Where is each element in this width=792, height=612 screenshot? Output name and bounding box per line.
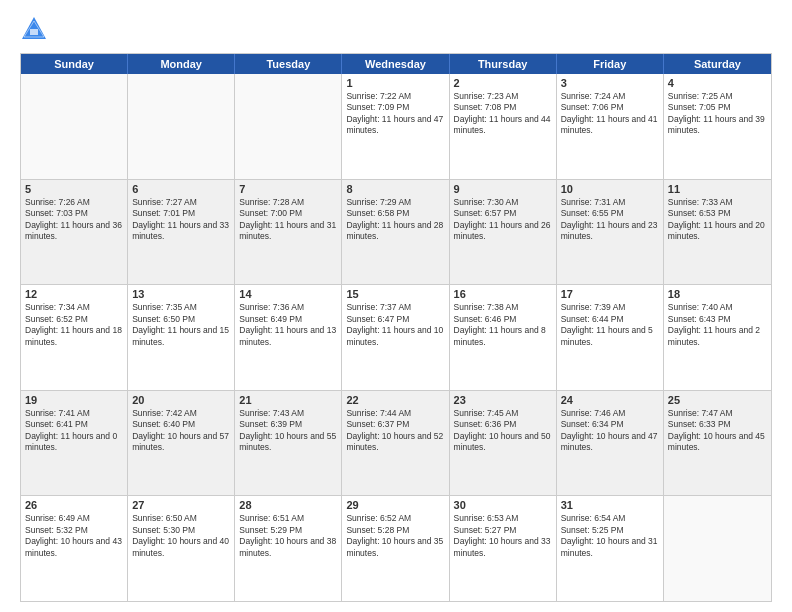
calendar-cell-2-4: 16Sunrise: 7:38 AM Sunset: 6:46 PM Dayli… [450,285,557,390]
day-number: 17 [561,288,659,300]
day-number: 5 [25,183,123,195]
calendar-cell-3-6: 25Sunrise: 7:47 AM Sunset: 6:33 PM Dayli… [664,391,771,496]
day-number: 12 [25,288,123,300]
cell-content: Sunrise: 7:42 AM Sunset: 6:40 PM Dayligh… [132,408,230,454]
calendar-cell-2-6: 18Sunrise: 7:40 AM Sunset: 6:43 PM Dayli… [664,285,771,390]
svg-rect-2 [30,29,38,35]
cell-content: Sunrise: 7:38 AM Sunset: 6:46 PM Dayligh… [454,302,552,348]
logo-icon [20,15,48,43]
cell-content: Sunrise: 7:24 AM Sunset: 7:06 PM Dayligh… [561,91,659,137]
calendar-row-1: 5Sunrise: 7:26 AM Sunset: 7:03 PM Daylig… [21,179,771,285]
calendar-cell-3-4: 23Sunrise: 7:45 AM Sunset: 6:36 PM Dayli… [450,391,557,496]
header-day-sunday: Sunday [21,54,128,74]
logo [20,15,52,43]
day-number: 22 [346,394,444,406]
day-number: 8 [346,183,444,195]
header-day-wednesday: Wednesday [342,54,449,74]
cell-content: Sunrise: 6:49 AM Sunset: 5:32 PM Dayligh… [25,513,123,559]
header-day-saturday: Saturday [664,54,771,74]
header-day-monday: Monday [128,54,235,74]
calendar-header: SundayMondayTuesdayWednesdayThursdayFrid… [21,54,771,74]
calendar-cell-4-5: 31Sunrise: 6:54 AM Sunset: 5:25 PM Dayli… [557,496,664,601]
calendar-cell-0-3: 1Sunrise: 7:22 AM Sunset: 7:09 PM Daylig… [342,74,449,179]
day-number: 27 [132,499,230,511]
day-number: 3 [561,77,659,89]
cell-content: Sunrise: 7:46 AM Sunset: 6:34 PM Dayligh… [561,408,659,454]
cell-content: Sunrise: 7:43 AM Sunset: 6:39 PM Dayligh… [239,408,337,454]
calendar-cell-2-0: 12Sunrise: 7:34 AM Sunset: 6:52 PM Dayli… [21,285,128,390]
calendar-cell-0-2 [235,74,342,179]
svg-marker-0 [22,17,46,39]
calendar-cell-1-3: 8Sunrise: 7:29 AM Sunset: 6:58 PM Daylig… [342,180,449,285]
cell-content: Sunrise: 7:41 AM Sunset: 6:41 PM Dayligh… [25,408,123,454]
day-number: 9 [454,183,552,195]
cell-content: Sunrise: 7:47 AM Sunset: 6:33 PM Dayligh… [668,408,767,454]
cell-content: Sunrise: 7:27 AM Sunset: 7:01 PM Dayligh… [132,197,230,243]
calendar-row-0: 1Sunrise: 7:22 AM Sunset: 7:09 PM Daylig… [21,74,771,179]
cell-content: Sunrise: 7:33 AM Sunset: 6:53 PM Dayligh… [668,197,767,243]
day-number: 21 [239,394,337,406]
day-number: 10 [561,183,659,195]
calendar-cell-4-6 [664,496,771,601]
calendar-cell-4-0: 26Sunrise: 6:49 AM Sunset: 5:32 PM Dayli… [21,496,128,601]
day-number: 24 [561,394,659,406]
calendar-cell-3-5: 24Sunrise: 7:46 AM Sunset: 6:34 PM Dayli… [557,391,664,496]
header [20,15,772,43]
calendar-cell-3-2: 21Sunrise: 7:43 AM Sunset: 6:39 PM Dayli… [235,391,342,496]
cell-content: Sunrise: 6:51 AM Sunset: 5:29 PM Dayligh… [239,513,337,559]
calendar-cell-3-1: 20Sunrise: 7:42 AM Sunset: 6:40 PM Dayli… [128,391,235,496]
day-number: 20 [132,394,230,406]
calendar-cell-0-0 [21,74,128,179]
page: SundayMondayTuesdayWednesdayThursdayFrid… [0,0,792,612]
cell-content: Sunrise: 7:23 AM Sunset: 7:08 PM Dayligh… [454,91,552,137]
calendar-cell-0-1 [128,74,235,179]
day-number: 25 [668,394,767,406]
calendar-cell-3-0: 19Sunrise: 7:41 AM Sunset: 6:41 PM Dayli… [21,391,128,496]
header-day-friday: Friday [557,54,664,74]
day-number: 11 [668,183,767,195]
calendar-cell-1-4: 9Sunrise: 7:30 AM Sunset: 6:57 PM Daylig… [450,180,557,285]
cell-content: Sunrise: 6:50 AM Sunset: 5:30 PM Dayligh… [132,513,230,559]
header-day-tuesday: Tuesday [235,54,342,74]
day-number: 23 [454,394,552,406]
cell-content: Sunrise: 6:53 AM Sunset: 5:27 PM Dayligh… [454,513,552,559]
day-number: 15 [346,288,444,300]
calendar-cell-2-2: 14Sunrise: 7:36 AM Sunset: 6:49 PM Dayli… [235,285,342,390]
cell-content: Sunrise: 7:35 AM Sunset: 6:50 PM Dayligh… [132,302,230,348]
cell-content: Sunrise: 7:28 AM Sunset: 7:00 PM Dayligh… [239,197,337,243]
cell-content: Sunrise: 6:54 AM Sunset: 5:25 PM Dayligh… [561,513,659,559]
day-number: 19 [25,394,123,406]
cell-content: Sunrise: 7:34 AM Sunset: 6:52 PM Dayligh… [25,302,123,348]
cell-content: Sunrise: 7:22 AM Sunset: 7:09 PM Dayligh… [346,91,444,137]
day-number: 13 [132,288,230,300]
cell-content: Sunrise: 7:37 AM Sunset: 6:47 PM Dayligh… [346,302,444,348]
day-number: 30 [454,499,552,511]
day-number: 6 [132,183,230,195]
header-day-thursday: Thursday [450,54,557,74]
calendar-row-3: 19Sunrise: 7:41 AM Sunset: 6:41 PM Dayli… [21,390,771,496]
calendar-cell-1-1: 6Sunrise: 7:27 AM Sunset: 7:01 PM Daylig… [128,180,235,285]
day-number: 28 [239,499,337,511]
calendar-cell-4-1: 27Sunrise: 6:50 AM Sunset: 5:30 PM Dayli… [128,496,235,601]
calendar-cell-0-5: 3Sunrise: 7:24 AM Sunset: 7:06 PM Daylig… [557,74,664,179]
day-number: 1 [346,77,444,89]
day-number: 4 [668,77,767,89]
cell-content: Sunrise: 6:52 AM Sunset: 5:28 PM Dayligh… [346,513,444,559]
day-number: 7 [239,183,337,195]
calendar: SundayMondayTuesdayWednesdayThursdayFrid… [20,53,772,602]
calendar-cell-3-3: 22Sunrise: 7:44 AM Sunset: 6:37 PM Dayli… [342,391,449,496]
calendar-cell-2-5: 17Sunrise: 7:39 AM Sunset: 6:44 PM Dayli… [557,285,664,390]
calendar-row-4: 26Sunrise: 6:49 AM Sunset: 5:32 PM Dayli… [21,495,771,601]
day-number: 14 [239,288,337,300]
calendar-cell-2-3: 15Sunrise: 7:37 AM Sunset: 6:47 PM Dayli… [342,285,449,390]
day-number: 31 [561,499,659,511]
calendar-cell-1-6: 11Sunrise: 7:33 AM Sunset: 6:53 PM Dayli… [664,180,771,285]
calendar-cell-4-3: 29Sunrise: 6:52 AM Sunset: 5:28 PM Dayli… [342,496,449,601]
cell-content: Sunrise: 7:29 AM Sunset: 6:58 PM Dayligh… [346,197,444,243]
calendar-cell-1-5: 10Sunrise: 7:31 AM Sunset: 6:55 PM Dayli… [557,180,664,285]
cell-content: Sunrise: 7:39 AM Sunset: 6:44 PM Dayligh… [561,302,659,348]
cell-content: Sunrise: 7:36 AM Sunset: 6:49 PM Dayligh… [239,302,337,348]
day-number: 29 [346,499,444,511]
day-number: 2 [454,77,552,89]
calendar-cell-4-4: 30Sunrise: 6:53 AM Sunset: 5:27 PM Dayli… [450,496,557,601]
